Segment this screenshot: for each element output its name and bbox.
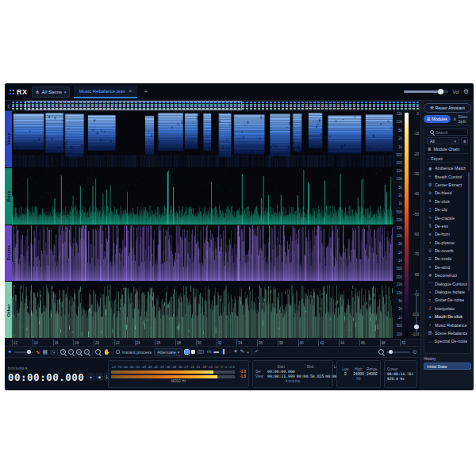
stem-bass-tab[interactable]: Bass xyxy=(5,168,12,225)
module-list-item[interactable]: ∴ Spectral De-noise xyxy=(427,337,468,345)
time-tick: 22 xyxy=(114,340,135,346)
module-list-item[interactable]: ◠ Dialogue Contour xyxy=(427,279,468,287)
volume-knob[interactable] xyxy=(438,89,443,94)
overview-minimap[interactable]: ⇕ xyxy=(5,101,420,111)
stem-voice-spectrogram[interactable] xyxy=(12,111,393,167)
time-ruler[interactable]: 1214161820222426283032343638404244464850 xyxy=(5,339,420,346)
stem-other-spectrogram[interactable] xyxy=(12,282,393,338)
record-button[interactable]: ● xyxy=(86,373,94,381)
zoom-out-icon[interactable]: − xyxy=(68,349,74,355)
stem-drums-tab[interactable]: Drums xyxy=(5,225,12,282)
module-list-item[interactable]: ● Mouth De-click xyxy=(427,313,468,321)
search-input[interactable] xyxy=(436,130,465,135)
module-list-item[interactable]: ☰ De-rustle xyxy=(427,255,468,263)
zoom-selection-icon[interactable]: ▭ xyxy=(76,349,82,355)
stem-other-tab[interactable]: Other xyxy=(5,282,12,338)
stem-voice-tab[interactable]: Voice xyxy=(5,111,12,167)
find-similar-tool[interactable]: ✓ xyxy=(255,349,259,355)
instant-process-checkbox[interactable] xyxy=(116,350,120,354)
zoom-in-icon[interactable]: + xyxy=(60,349,66,355)
vertical-zoom-slider[interactable] xyxy=(413,283,420,334)
repair-section-header[interactable]: − Repair xyxy=(427,155,468,163)
magic-wand-tool[interactable]: ✶ xyxy=(233,349,237,355)
swatch-selected[interactable] xyxy=(185,350,189,354)
module-list-item[interactable]: ❖ Deconstruct xyxy=(427,271,468,279)
vertical-zoom-knob[interactable] xyxy=(414,324,419,329)
horizontal-zoom-slider[interactable] xyxy=(386,351,410,353)
selection-unit-label[interactable]: h:m:s.ms xyxy=(255,379,330,383)
module-list-item[interactable]: ♬ Guitar De-noise xyxy=(427,296,468,304)
module-list-scrollbar[interactable] xyxy=(468,172,470,291)
stems-selector-dropdown[interactable]: ⋔ All Stems ▾ xyxy=(32,86,71,98)
module-list-item[interactable]: § De-ess xyxy=(427,222,468,230)
new-tab-button[interactable]: + xyxy=(141,88,152,95)
chevron-down-icon[interactable]: ▾ xyxy=(247,350,249,355)
module-label: De-ess xyxy=(435,224,448,228)
zoom-level-icon[interactable] xyxy=(378,349,384,355)
hand-tool-icon[interactable]: ✋ xyxy=(103,349,110,355)
range-value[interactable]: 24000 xyxy=(366,372,378,376)
selection-mode-dropdown[interactable]: Attenuate ▾ xyxy=(154,348,182,356)
brush-tool[interactable]: ✎ xyxy=(240,349,244,355)
move-tool-icon[interactable]: + xyxy=(8,349,12,355)
stem-drums-spectrogram[interactable] xyxy=(12,225,393,282)
time-format-label[interactable]: h:m:s.ms ▾ xyxy=(8,366,105,370)
time-select-tool[interactable]: ▬ xyxy=(214,349,220,355)
freq-unit-label[interactable]: Hz xyxy=(340,377,378,381)
module-list-item[interactable]: ∫ Interpolate xyxy=(427,305,468,313)
module-chain-item[interactable]: ≣ Module Chain xyxy=(427,146,468,154)
minimap-view-region[interactable] xyxy=(25,101,241,110)
waveform-spectrogram-icon[interactable]: ∿ xyxy=(36,349,40,355)
history-item[interactable]: Initial State xyxy=(424,363,471,370)
close-tab-icon[interactable]: ✕ xyxy=(129,88,132,94)
tab-stem-split[interactable]: ⋔ Stem Split xyxy=(453,115,471,123)
sel-start[interactable]: 00:00:00.000 xyxy=(267,370,295,374)
module-filter-dropdown[interactable]: All ▾ xyxy=(427,137,459,144)
swatch-dark[interactable] xyxy=(198,350,204,354)
zoom-fit-icon[interactable]: ⤢ xyxy=(84,349,90,355)
stop-button[interactable]: ■ xyxy=(95,373,103,381)
module-list-item[interactable]: ✳ De-click xyxy=(427,198,468,205)
file-tab[interactable]: Music Rebalance.wav ✕ xyxy=(74,86,136,98)
module-list-item[interactable]: ▤ Scene Rebalance xyxy=(427,329,468,337)
module-list-item[interactable]: ◒ Dialogue Isolate xyxy=(427,288,468,296)
module-list-item[interactable]: ◍ Center Extract xyxy=(427,181,468,189)
stem-bass-spectrogram[interactable] xyxy=(12,168,393,225)
volume-slider[interactable] xyxy=(404,90,448,93)
selection-info-table: Start End Length Sel 00:00:00.000 View 0… xyxy=(252,360,333,388)
freq-tick-label: 500 xyxy=(396,324,402,328)
gear-icon[interactable]: ⚙ xyxy=(463,88,469,95)
high-value[interactable]: 24000 xyxy=(353,372,365,376)
right-sidebar: ⚒ Repair Assistant ⊞ Modules ⋔ Stem Spli… xyxy=(420,101,474,390)
module-search[interactable] xyxy=(427,129,468,136)
module-list-item[interactable]: ◎ De-reverb xyxy=(427,247,468,255)
list-options-button[interactable]: ≣ xyxy=(461,137,468,144)
low-value[interactable]: 0 xyxy=(340,372,351,376)
stem-other-freq-scale: 22k10k5k2k1k500200 xyxy=(393,282,404,338)
spectrogram-blend-slider[interactable] xyxy=(14,351,33,353)
module-icon: ≋ xyxy=(428,232,432,236)
module-list-item[interactable]: ◖ De-plosive xyxy=(427,239,468,247)
module-list-item[interactable]: ≈ Breath Control xyxy=(427,172,468,180)
module-list-item[interactable]: ⊘ De-bleed xyxy=(427,189,468,197)
lasso-tool[interactable]: ◌ xyxy=(228,349,231,355)
module-list-item[interactable]: ∿ De-crackle xyxy=(427,213,468,221)
module-list-item[interactable]: ▯ De-clip xyxy=(427,205,468,213)
time-freq-select-tool[interactable]: ▭ xyxy=(206,349,211,355)
minimap-expand-icon[interactable]: ⇕ xyxy=(5,103,12,109)
history-clock-icon[interactable]: ◷ xyxy=(50,349,55,355)
grid-view-icon[interactable]: ▦ xyxy=(43,349,48,355)
swatch-light[interactable] xyxy=(191,350,195,354)
rx-app-window: RX ⋔ All Stems ▾ Music Rebalance.wav ✕ +… xyxy=(5,83,474,390)
module-list-item[interactable]: ≂ De-wind xyxy=(427,263,468,271)
tab-modules[interactable]: ⊞ Modules xyxy=(424,115,451,123)
freq-select-tool[interactable]: ❚ xyxy=(221,349,225,355)
module-list-item[interactable]: ◉ Ambience Match xyxy=(427,164,468,172)
module-list-item[interactable]: ≋ De-hum xyxy=(427,230,468,238)
module-list-item[interactable]: ♪ Music Rebalance xyxy=(427,321,468,328)
magnifier-tool-icon[interactable] xyxy=(95,349,101,355)
meter-scale-label: -54 xyxy=(129,365,134,369)
zoom-reset-icon[interactable]: ⊙ xyxy=(413,349,417,355)
module-icon: ✳ xyxy=(428,199,432,203)
repair-assistant-button[interactable]: ⚒ Repair Assistant xyxy=(424,103,471,113)
